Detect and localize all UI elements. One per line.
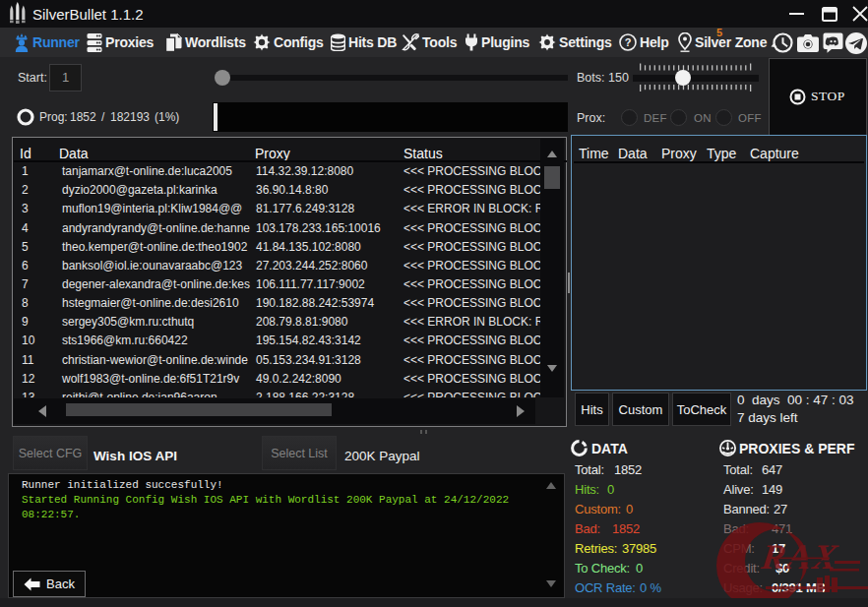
svg-text:?: ? <box>625 36 632 48</box>
